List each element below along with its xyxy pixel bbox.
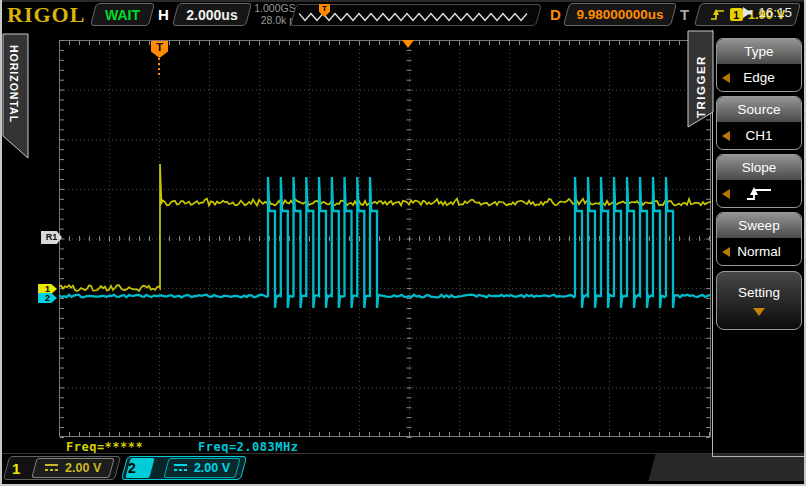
slope-rising-icon [744,185,774,203]
menu-source-value: CH1 [745,128,772,143]
screen-border-top [0,0,806,2]
trigger-label: T [680,6,689,23]
left-arrow-icon [722,131,730,141]
trigger-source-badge: 1 [730,8,743,21]
menu-button-slope[interactable]: Slope [716,154,802,208]
trigger-tab: TRIGGER [687,30,715,132]
horizontal-tab-label: HORIZONTAL [8,45,20,123]
dc-coupling-icon [174,464,187,472]
memory-waveform-icon [299,10,531,23]
menu-type-value: Edge [743,70,775,85]
menu-button-type[interactable]: Type Edge [716,38,802,92]
left-arrow-icon [722,73,730,83]
delay-block[interactable]: 9.98000000us [566,3,674,26]
ch1-status-block[interactable]: 1 2.00 V [6,456,118,480]
trigger-tab-label: TRIGGER [695,55,707,118]
ch2-position-marker[interactable]: 2 [38,293,57,303]
ch1-freq-readout: Freq=***** [66,440,143,454]
clock-block [652,454,806,481]
clock-value: 16:15 [758,5,792,20]
waveform-display [59,40,712,438]
ch1-position-marker[interactable]: 1 [38,284,57,294]
oscilloscope-screen: RIGOL WAIT H 2.000us 1.000GSa/s 28.0k pt… [0,0,806,486]
menu-type-label: Type [717,39,801,64]
acquisition-status: WAIT [93,3,152,26]
timebase-value: 2.000us [175,3,249,26]
menu-source-label: Source [717,97,801,122]
left-arrow-icon [722,247,730,257]
screen-border-left [0,0,2,486]
menu-slope-label: Slope [717,155,801,180]
horizontal-reference-marker [402,40,414,48]
ch2-status-block[interactable]: 2 2.00 V [124,456,244,480]
trigger-position-line [158,58,160,75]
horizontal-tab: HORIZONTAL [2,33,30,163]
delay-label: D [550,6,561,23]
ch1-badge: 1 [12,460,20,477]
brand-logo: RIGOL [7,2,85,28]
down-arrow-icon [753,308,765,316]
menu-sweep-value: Normal [737,244,781,259]
menu-setting-label: Setting [738,285,780,300]
memory-position-bar[interactable]: T [293,4,539,26]
menu-sweep-label: Sweep [717,213,801,238]
ch2-badge: 2 [128,458,152,478]
left-arrow-icon [722,189,730,199]
menu-button-source[interactable]: Source CH1 [716,96,802,150]
ch2-scale-value: 2.00 V [194,461,230,475]
menu-button-setting[interactable]: Setting [716,271,802,330]
ch1-scale-value: 2.00 V [65,461,101,475]
dc-coupling-icon [45,464,58,472]
timebase-block[interactable]: 2.000us [175,3,249,26]
horizontal-label: H [158,6,169,23]
speaker-icon [743,7,754,18]
delay-value: 9.98000000us [566,3,674,26]
menu-button-sweep[interactable]: Sweep Normal [716,212,802,266]
clock-block-bg [648,454,806,481]
acquisition-status-block: WAIT [93,3,152,26]
ch2-freq-readout: Freq=2.083MHz [198,440,298,454]
rising-edge-icon [710,7,725,22]
